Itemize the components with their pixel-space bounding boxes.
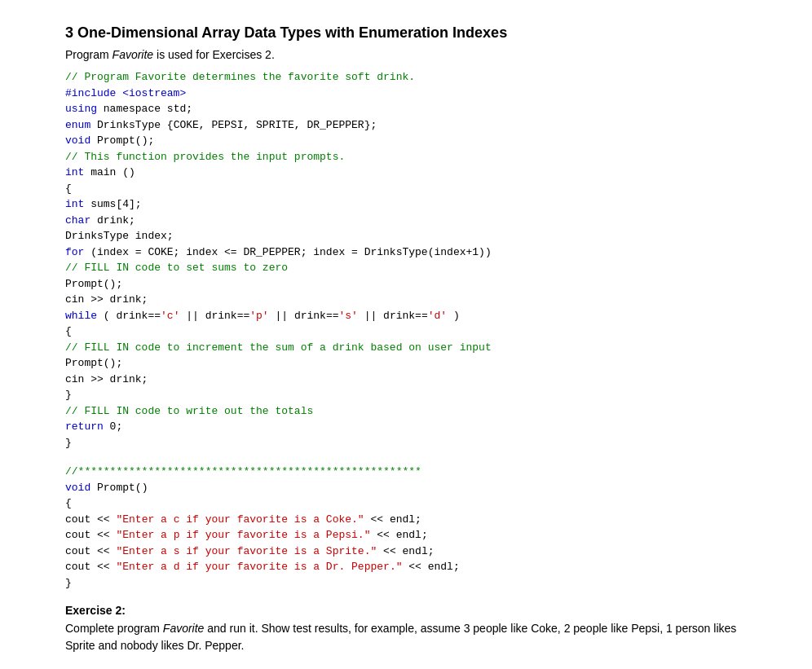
subtitle-program: Program	[65, 48, 113, 61]
while-keyword: while	[65, 310, 97, 322]
comment-stars: //**************************************…	[65, 465, 421, 478]
return-keyword: return	[65, 420, 104, 433]
subtitle: Program Favorite is used for Exercises 2…	[65, 48, 747, 61]
int-sums: int	[65, 198, 84, 210]
prompt-func-block: //**************************************…	[65, 464, 747, 591]
enum-line: enum	[65, 119, 90, 131]
char-drink: char	[65, 214, 90, 227]
void-keyword: void	[65, 482, 90, 494]
exercise-section: Exercise 2: Complete program Favorite an…	[65, 604, 747, 654]
for-keyword: for	[65, 246, 84, 258]
exercise-text: Complete program Favorite and run it. Sh…	[65, 620, 747, 654]
void-prompt-decl: void	[65, 134, 90, 147]
section-heading: 3 One-Dimensional Array Data Types with …	[65, 24, 747, 42]
using-line: using	[65, 103, 97, 115]
comment-function: // This function provides the input prom…	[65, 151, 345, 163]
subtitle-rest: is used for Exercises 2.	[153, 48, 275, 61]
comment-fill-zero: // FILL IN code to set sums to zero	[65, 262, 288, 274]
exercise-label: Exercise 2:	[65, 604, 747, 617]
comment-fill-increment: // FILL IN code to increment the sum of …	[65, 341, 492, 354]
main-code-block: // Program Favorite determines the favor…	[65, 69, 747, 451]
subtitle-italic: Favorite	[113, 48, 154, 61]
page-container: 3 One-Dimensional Array Data Types with …	[0, 0, 812, 669]
int-main: int	[65, 166, 84, 178]
exercise-italic: Favorite	[163, 622, 205, 635]
comment-fill-write: // FILL IN code to write out the totals	[65, 405, 313, 417]
include-line: #include <iostream>	[65, 87, 186, 99]
exercise-text-start: Complete program	[65, 622, 163, 635]
comment-line1: // Program Favorite determines the favor…	[65, 71, 415, 83]
